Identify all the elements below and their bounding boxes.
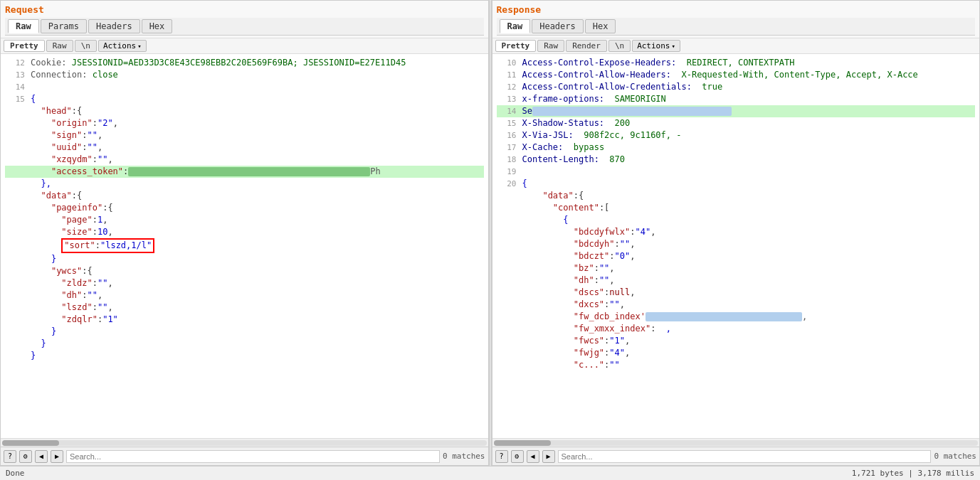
status-bar: Done 1,721 bytes | 3,178 millis (0, 466, 980, 480)
response-line-10: 10 Access-Control-Expose-Headers: REDIRE… (497, 57, 976, 69)
response-toolbar: Pretty Raw Render \n Actions ▾ (492, 38, 980, 54)
request-line-12: 12 Cookie: JSESSIONID=AED33D3C8E43CE98EB… (5, 57, 484, 69)
request-panel-header: Request Raw Params Headers Hex (1, 1, 488, 38)
request-line-access-token: "access_token": Ph (5, 166, 484, 178)
status-left: Done (6, 469, 25, 478)
request-line-close-data: } (5, 338, 484, 350)
response-line-16: 16 X-Via-JSL: 908f2cc, 9c1160f, - (497, 129, 976, 142)
request-line-sort: "sort":"lszd,1/l" (5, 238, 484, 253)
request-line-dh: "dh":"", (5, 289, 484, 302)
response-panel-header: Response Raw Headers Hex (492, 1, 980, 38)
request-next-button[interactable]: ▶ (51, 450, 63, 463)
request-line-close-root: } (5, 350, 484, 362)
response-hscroll-thumb (494, 440, 551, 446)
request-gear-button[interactable]: ⚙ (19, 450, 32, 463)
request-line-page: "page":1, (5, 214, 484, 226)
request-search-input[interactable] (66, 450, 440, 463)
response-line-13: 13 x-frame-options: SAMEORIGIN (497, 93, 976, 105)
tab-params-request[interactable]: Params (41, 19, 87, 33)
response-match-count: 0 matches (934, 452, 976, 461)
response-line-fw-xmxx: "fw_xmxx_index": , (497, 323, 976, 335)
toolbar-render-response[interactable]: Render (566, 40, 607, 52)
response-line-17: 17 X-Cache: bypass (497, 142, 976, 154)
response-line-20: 20 { (497, 178, 976, 190)
response-line-11: 11 Access-Control-Allow-Headers: X-Reque… (497, 69, 976, 81)
response-content[interactable]: 10 Access-Control-Expose-Headers: REDIRE… (492, 54, 980, 438)
request-line-size: "size":10, (5, 226, 484, 238)
request-prev-button[interactable]: ◀ (35, 450, 48, 463)
response-actions-button[interactable]: Actions ▾ (632, 40, 680, 52)
request-line-lszd: "lszd":"", (5, 302, 484, 314)
request-panel: Request Raw Params Headers Hex Pretty Ra… (0, 0, 489, 466)
response-bottom-bar: ? ⚙ ◀ ▶ 0 matches (492, 447, 980, 465)
request-line-13: 13 Connection: close (5, 69, 484, 81)
request-tab-bar: Raw Params Headers Hex (5, 18, 484, 36)
tab-raw-response[interactable]: Raw (500, 19, 531, 33)
response-panel: Response Raw Headers Hex Pretty Raw Rend… (492, 0, 981, 466)
toolbar-n-request[interactable]: \n (75, 40, 97, 52)
request-line-zldz: "zldz":"", (5, 277, 484, 289)
response-help-button[interactable]: ? (495, 450, 508, 463)
app-container: Request Raw Params Headers Hex Pretty Ra… (0, 0, 980, 480)
response-line-12: 12 Access-Control-Allow-Credentials: tru… (497, 81, 976, 93)
request-line-close-ywcs: } (5, 326, 484, 338)
request-actions-button[interactable]: Actions ▾ (98, 40, 147, 52)
response-line-dxcs: "dxcs":"", (497, 299, 976, 311)
response-search-input[interactable] (558, 450, 932, 463)
status-right: 1,721 bytes | 3,178 millis (852, 469, 974, 478)
response-next-button[interactable]: ▶ (542, 450, 555, 463)
response-line-fwjg: "fwjg":"4", (497, 347, 976, 359)
response-line-data: "data":{ (497, 190, 976, 202)
request-line-sign: "sign":"", (5, 129, 484, 142)
response-line-bz: "bz":"", (497, 262, 976, 274)
response-line-fw-dcb: "fw_dcb_index' , (497, 311, 976, 323)
toolbar-raw-request[interactable]: Raw (46, 40, 73, 52)
toolbar-raw-response[interactable]: Raw (537, 40, 564, 52)
response-line-15: 15 X-Shadow-Status: 200 (497, 117, 976, 129)
request-line-origin: "origin":"2", (5, 117, 484, 129)
response-line-14: 14 Se (497, 105, 976, 117)
tab-raw-request[interactable]: Raw (8, 19, 39, 33)
response-line-open-obj: { (497, 214, 976, 226)
response-scrollbar-h[interactable] (492, 438, 980, 447)
request-title: Request (5, 3, 484, 18)
request-line-ywcs: "ywcs":{ (5, 265, 484, 277)
toolbar-pretty-response[interactable]: Pretty (495, 40, 537, 52)
request-line-close-head: }, (5, 178, 484, 190)
toolbar-pretty-request[interactable]: Pretty (4, 40, 45, 52)
response-line-19: 19 (497, 166, 976, 178)
response-gear-button[interactable]: ⚙ (511, 450, 524, 463)
response-title: Response (497, 3, 976, 18)
request-help-button[interactable]: ? (4, 450, 16, 463)
tab-hex-response[interactable]: Hex (585, 19, 616, 33)
panels-row: Request Raw Params Headers Hex Pretty Ra… (0, 0, 980, 466)
request-match-count: 0 matches (443, 452, 485, 461)
tab-headers-request[interactable]: Headers (88, 19, 140, 33)
request-line-data: "data":{ (5, 190, 484, 202)
request-line-pageinfo: "pageinfo":{ (5, 202, 484, 214)
tab-hex-request[interactable]: Hex (142, 19, 173, 33)
request-line-close-pageinfo: } (5, 253, 484, 265)
response-line-dh: "dh":"", (497, 274, 976, 287)
response-line-content: "content":[ (497, 202, 976, 214)
request-hscroll-thumb (2, 440, 59, 446)
response-line-etc: "c...":"" (497, 359, 976, 371)
response-prev-button[interactable]: ◀ (527, 450, 539, 463)
request-content[interactable]: 12 Cookie: JSESSIONID=AED33D3C8E43CE98EB… (1, 54, 488, 438)
tab-headers-response[interactable]: Headers (532, 19, 584, 33)
request-line-14: 14 (5, 81, 484, 93)
response-line-dscs: "dscs":null, (497, 287, 976, 299)
request-scrollbar-h[interactable] (1, 438, 488, 447)
request-line-15: 15 { (5, 93, 484, 105)
request-line-head: "head":{ (5, 105, 484, 117)
chevron-down-icon: ▾ (137, 43, 141, 50)
toolbar-n-response[interactable]: \n (608, 40, 631, 52)
request-toolbar: Pretty Raw \n Actions ▾ (1, 38, 488, 54)
response-line-bdczt: "bdczt":"0", (497, 250, 976, 262)
request-line-xzqydm: "xzqydm":"", (5, 154, 484, 166)
response-tab-bar: Raw Headers Hex (497, 18, 976, 36)
chevron-down-icon-response: ▾ (671, 43, 675, 50)
response-line-18: 18 Content-Length: 870 (497, 154, 976, 166)
response-line-fwcs: "fwcs":"1", (497, 335, 976, 347)
request-bottom-bar: ? ⚙ ◀ ▶ 0 matches (1, 447, 488, 465)
